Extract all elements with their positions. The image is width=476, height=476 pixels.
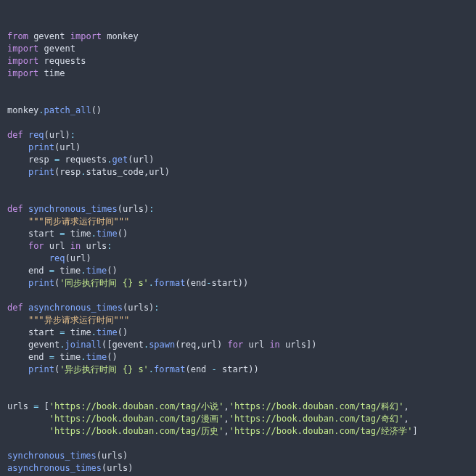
- line-28: print('异步执行时间 {} s'.format(end - start)): [7, 364, 259, 374]
- line-24: """异步请求运行时间""": [7, 315, 129, 325]
- line-7: monkey.patch_all(): [7, 105, 102, 115]
- line-23: def asynchronous_times(urls):: [7, 303, 160, 313]
- line-34: asynchronous_times(urls): [7, 463, 133, 473]
- line-26: gevent.joinall([gevent.spawn(req,url) fo…: [7, 340, 316, 350]
- line-27: end = time.time(): [7, 352, 118, 362]
- line-1: from gevent import monkey: [7, 31, 139, 41]
- line-15: def synchronous_times(urls):: [7, 204, 154, 214]
- line-16: """同步请求运行时间""": [7, 216, 129, 226]
- line-18: for url in urls:: [7, 241, 112, 251]
- line-25: start = time.time(): [7, 327, 128, 337]
- line-19: req(url): [7, 253, 91, 263]
- line-4: import time: [7, 68, 65, 78]
- line-12: print(resp.status_code,url): [7, 167, 170, 177]
- code-block: from gevent import monkey import gevent …: [7, 30, 469, 475]
- line-20: end = time.time(): [7, 266, 118, 276]
- line-10: print(url): [7, 142, 81, 152]
- line-9: def req(url):: [7, 130, 75, 140]
- line-11: resp = requests.get(url): [7, 155, 154, 165]
- line-31a: urls = ['https://book.douban.com/tag/小说'…: [7, 401, 409, 411]
- line-2: import gevent: [7, 44, 75, 54]
- line-3: import requests: [7, 56, 86, 66]
- line-33: synchronous_times(urls): [7, 451, 128, 461]
- line-31b: 'https://book.douban.com/tag/漫画','https:…: [7, 414, 409, 424]
- line-31c: 'https://book.douban.com/tag/历史','https:…: [7, 426, 418, 436]
- line-21: print('同步执行时间 {} s'.format(end-start)): [7, 278, 248, 288]
- line-17: start = time.time(): [7, 229, 128, 239]
